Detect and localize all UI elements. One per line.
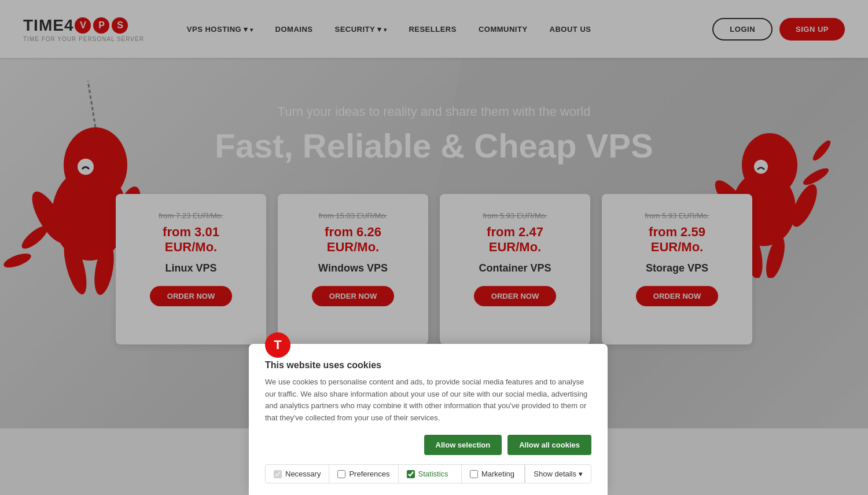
- cookie-logo: T: [265, 332, 290, 358]
- cookie-text: We use cookies to personalise content an…: [265, 376, 591, 424]
- cookie-overlay: T This website uses cookies We use cooki…: [0, 0, 868, 428]
- cookie-banner: T This website uses cookies We use cooki…: [249, 344, 608, 428]
- cookie-title: This website uses cookies: [265, 360, 591, 371]
